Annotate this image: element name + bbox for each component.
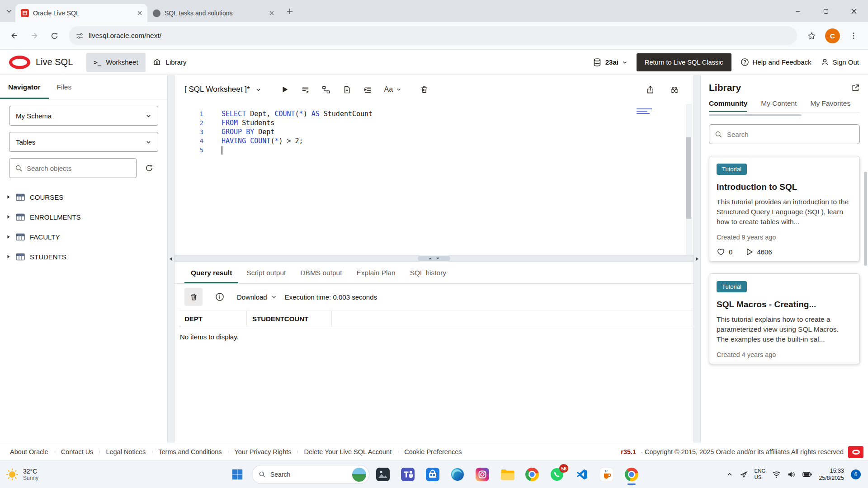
tab-close-icon[interactable]: [135, 9, 144, 18]
taskbar-search[interactable]: Search: [252, 465, 369, 484]
worksheet-title-menu[interactable]: [ SQL Worksheet ]*: [184, 85, 261, 94]
return-to-classic-button[interactable]: Return to Live SQL Classic: [637, 53, 731, 71]
refresh-icon[interactable]: [140, 159, 158, 177]
tab-files[interactable]: Files: [49, 75, 80, 99]
expand-caret-icon[interactable]: [6, 215, 11, 219]
share-button[interactable]: [641, 80, 659, 99]
library-search[interactable]: [709, 124, 860, 144]
tab-close-icon[interactable]: [267, 9, 276, 18]
clock[interactable]: 15:33 25/8/2025: [819, 467, 844, 482]
right-panel-splitter[interactable]: [693, 75, 701, 443]
nav-library[interactable]: Library: [146, 53, 194, 72]
tree-item-enrollments[interactable]: ENROLLMENTS: [0, 207, 167, 227]
library-search-input[interactable]: [727, 131, 854, 138]
tab-search-icon[interactable]: [3, 5, 15, 18]
results-splitter[interactable]: [175, 255, 693, 262]
info-icon[interactable]: [211, 288, 229, 306]
download-script-button[interactable]: [338, 80, 356, 99]
tab-my-favorites[interactable]: My Favorites: [811, 99, 851, 112]
wifi-icon[interactable]: [772, 471, 781, 478]
new-tab-button[interactable]: [283, 5, 297, 18]
download-menu[interactable]: Download: [237, 293, 277, 301]
open-in-new-icon[interactable]: [851, 84, 860, 92]
card-title[interactable]: Introduction to SQL: [717, 182, 852, 192]
bookmark-star-icon[interactable]: [802, 27, 821, 45]
footer-link-about[interactable]: About Oracle: [4, 448, 55, 455]
run-script-button[interactable]: [297, 80, 315, 99]
edge-app-icon[interactable]: [448, 465, 467, 483]
footer-link-delete-account[interactable]: Delete Your Live SQL Account: [297, 448, 398, 455]
object-search[interactable]: [9, 158, 137, 178]
paper-plane-icon[interactable]: [740, 471, 747, 479]
library-card[interactable]: Tutorial SQL Macros - Creating... This t…: [709, 273, 860, 364]
find-button[interactable]: [665, 80, 684, 99]
maximize-button[interactable]: [812, 0, 840, 22]
file-explorer-icon[interactable]: [498, 465, 516, 483]
reload-icon[interactable]: [45, 27, 63, 45]
footer-link-privacy[interactable]: Your Privacy Rights: [228, 448, 297, 455]
footer-link-cookies[interactable]: Cookie Preferences: [398, 448, 468, 455]
teams-app-icon[interactable]: [399, 465, 417, 483]
bing-daily-image[interactable]: [352, 468, 366, 482]
tab-query-result[interactable]: Query result: [184, 262, 238, 283]
vscode-app-icon[interactable]: [573, 465, 591, 483]
expand-caret-icon[interactable]: [6, 235, 11, 239]
address-bar[interactable]: livesql.oracle.com/next/: [69, 26, 797, 45]
object-search-input[interactable]: [27, 164, 131, 172]
browser-menu-icon[interactable]: [844, 27, 863, 45]
expand-caret-icon[interactable]: [6, 195, 11, 199]
help-feedback[interactable]: Help and Feedback: [741, 58, 811, 66]
sign-out[interactable]: Sign Out: [821, 58, 859, 66]
heart-icon[interactable]: [717, 248, 725, 256]
store-app-icon[interactable]: [424, 465, 442, 483]
tab-community[interactable]: Community: [709, 99, 747, 112]
column-header-studentcount[interactable]: STUDENTCOUNT: [247, 310, 332, 327]
chrome-active-app-icon[interactable]: [623, 465, 641, 483]
site-settings-icon[interactable]: [76, 32, 84, 40]
start-button[interactable]: [227, 465, 247, 484]
tabs-scroll-indicator[interactable]: [709, 114, 802, 116]
editor-scrollbar[interactable]: [686, 104, 692, 255]
java-app-icon[interactable]: [598, 465, 616, 483]
nav-worksheet[interactable]: >_ Worksheet: [86, 53, 145, 72]
tab-dbms-output[interactable]: DBMS output: [294, 262, 348, 283]
language-indicator[interactable]: ENG US: [754, 468, 765, 481]
explain-plan-button[interactable]: [317, 80, 335, 99]
weather-widget[interactable]: 32°C Sunny: [5, 468, 38, 481]
tree-item-courses[interactable]: COURSES: [0, 187, 167, 207]
battery-icon[interactable]: [802, 472, 812, 477]
back-icon[interactable]: [5, 27, 24, 45]
close-button[interactable]: [840, 0, 868, 22]
expand-caret-icon[interactable]: [6, 254, 11, 259]
tab-my-content[interactable]: My Content: [761, 99, 797, 112]
database-selector[interactable]: 23ai: [593, 58, 627, 67]
clear-worksheet-button[interactable]: [415, 80, 433, 99]
oracle-footer-icon[interactable]: [848, 446, 863, 458]
card-title[interactable]: SQL Macros - Creating...: [717, 300, 852, 310]
tab-sql-history[interactable]: SQL history: [404, 262, 453, 283]
minimize-button[interactable]: [784, 0, 812, 22]
whatsapp-app-icon[interactable]: 56: [548, 465, 566, 483]
splitter-handle[interactable]: [418, 256, 450, 261]
oracle-logo[interactable]: [9, 56, 30, 69]
font-size-button[interactable]: Aa: [380, 80, 406, 99]
library-scrollbar[interactable]: [864, 172, 867, 266]
scrollbar-thumb[interactable]: [686, 137, 691, 219]
library-card[interactable]: Tutorial Introduction to SQL This tutori…: [709, 156, 860, 262]
volume-icon[interactable]: [788, 471, 796, 478]
schema-select[interactable]: My Schema: [9, 106, 158, 126]
footer-link-contact[interactable]: Contact Us: [55, 448, 100, 455]
tab-explain-plan[interactable]: Explain Plan: [350, 262, 402, 283]
browser-tab-inactive[interactable]: SQL tasks and solutions: [147, 4, 279, 22]
footer-link-terms[interactable]: Terms and Conditions: [152, 448, 228, 455]
notification-badge[interactable]: 6: [851, 469, 861, 479]
sql-editor[interactable]: 1SELECT Dept, COUNT(*) AS StudentCount 2…: [175, 104, 693, 255]
hidden-icons-chevron[interactable]: [726, 471, 733, 478]
tree-item-students[interactable]: STUDENTS: [0, 247, 167, 267]
format-button[interactable]: [359, 80, 377, 99]
left-panel-splitter[interactable]: [167, 75, 175, 443]
chrome-app-icon[interactable]: [523, 465, 541, 483]
object-type-select[interactable]: Tables: [9, 132, 158, 152]
forward-icon[interactable]: [25, 27, 43, 45]
footer-link-legal[interactable]: Legal Notices: [99, 448, 152, 455]
